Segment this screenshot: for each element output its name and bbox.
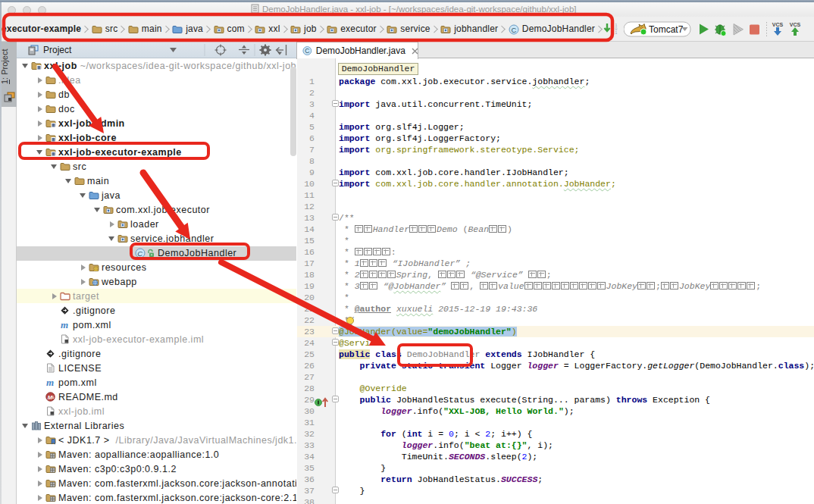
svg-text:VCS: VCS — [772, 22, 784, 27]
svg-text:Tomcat7: Tomcat7 — [649, 24, 684, 35]
svg-text:VCS: VCS — [790, 22, 801, 27]
